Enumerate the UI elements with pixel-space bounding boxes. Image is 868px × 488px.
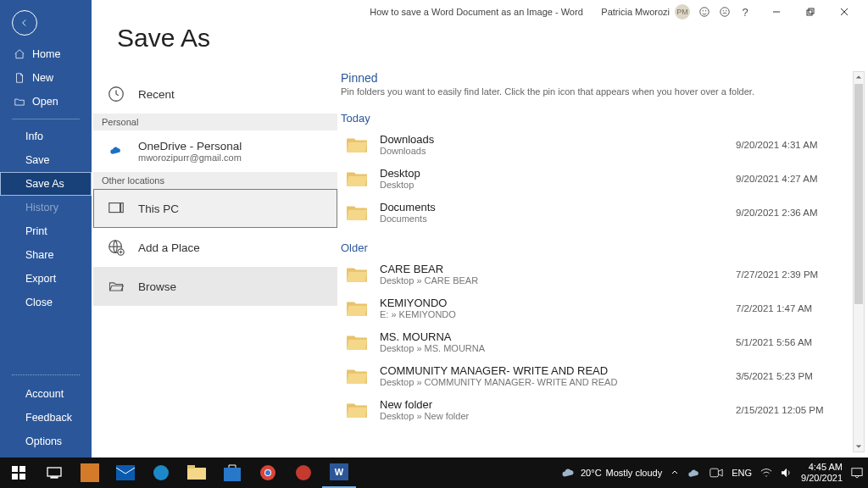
folder-date: 7/2/2021 1:47 AM [736,303,863,313]
nav-export[interactable]: Export [0,267,92,291]
folder-path: Desktop » COMMUNITY MANAGER- WRITE AND R… [380,377,736,387]
svg-rect-13 [121,203,124,213]
onedrive-email: mworozipurr@gmail.com [138,152,242,163]
svg-rect-12 [109,203,120,213]
tray-volume-icon[interactable] [781,468,793,478]
smiley-icon[interactable] [698,6,710,18]
tray-wifi-icon[interactable] [760,468,772,478]
tray-onedrive-icon[interactable] [687,468,701,478]
windows-taskbar: W 20°C Mostly cloudy ENG 4:45 AM 9/20/20… [0,458,868,488]
folder-icon [346,203,368,222]
nav-save-as[interactable]: Save As [0,172,92,196]
taskbar-app-1[interactable] [73,458,107,488]
window-minimize-button[interactable] [760,0,793,24]
nav-open[interactable]: Open [0,90,92,114]
svg-rect-22 [81,463,99,482]
tray-language[interactable]: ENG [732,468,752,478]
pc-icon [106,198,126,219]
nav-options[interactable]: Options [0,430,92,458]
svg-rect-18 [12,474,18,480]
nav-home[interactable]: Home [0,42,92,66]
nav-info[interactable]: Info [0,125,92,148]
window-restore-button[interactable] [793,0,827,24]
nav-close[interactable]: Close [0,291,92,314]
folder-name: KEMIYONDO [380,297,736,309]
taskbar-word[interactable]: W [322,458,356,488]
weather-temp: 20°C [581,468,602,478]
folder-row[interactable]: CARE BEARDesktop » CARE BEAR7/27/2021 2:… [341,258,868,291]
tray-chevron-icon[interactable] [670,469,679,477]
folder-date: 9/20/2021 2:36 AM [736,208,863,218]
folder-row[interactable]: MS. MOURNADesktop » MS. MOURNA5/1/2021 5… [341,325,868,359]
taskbar-edge[interactable] [144,458,178,488]
folder-date: 9/20/2021 4:31 AM [736,140,863,150]
personal-header: Personal [93,114,337,130]
help-icon[interactable]: ? [739,6,751,18]
user-avatar: PM [675,4,690,19]
folder-name: New folder [380,398,736,411]
nav-share[interactable]: Share [0,243,92,267]
svg-rect-26 [187,465,195,469]
folder-path: Documents [380,214,736,224]
nav-open-label: Open [32,96,58,108]
folder-name: COMMUNITY MANAGER- WRITE AND READ [380,364,736,377]
scroll-down-arrow[interactable] [854,441,864,452]
location-browse[interactable]: Browse [93,267,337,306]
taskbar-mail[interactable] [108,458,142,488]
task-view-button[interactable] [37,458,71,488]
folder-name: Documents [380,201,736,214]
folder-path: Desktop [380,180,736,190]
folder-row[interactable]: DesktopDesktop9/20/2021 4:27 AM [341,162,868,196]
folder-row[interactable]: KEMIYONDOE: » KEMIYONDO7/2/2021 1:47 AM [341,291,868,325]
taskbar-explorer[interactable] [180,458,214,488]
folder-row[interactable]: DownloadsDownloads9/20/2021 4:31 AM [341,128,868,162]
nav-feedback[interactable]: Feedback [0,406,92,430]
svg-rect-27 [224,468,241,481]
folder-row[interactable]: New folderDesktop » New folder2/15/2021 … [341,393,868,427]
folder-path: Downloads [380,146,736,156]
window-close-button[interactable] [827,0,861,24]
pinned-heading: Pinned [341,68,868,86]
nav-new[interactable]: New [0,66,92,90]
location-add-place[interactable]: Add a Place [93,228,337,267]
scroll-up-arrow[interactable] [854,72,864,82]
location-recent[interactable]: Recent [93,75,337,114]
nav-save[interactable]: Save [0,148,92,172]
taskbar-store[interactable] [215,458,249,488]
folder-icon [346,169,368,188]
svg-point-31 [296,465,311,480]
frown-icon[interactable] [719,6,731,18]
tray-notifications-icon[interactable] [851,467,863,479]
svg-rect-7 [807,10,812,15]
nav-print[interactable]: Print [0,219,92,243]
svg-rect-19 [19,474,25,480]
taskbar-weather[interactable]: 20°C Mostly cloudy [561,466,662,480]
taskbar-app-2[interactable] [287,458,320,488]
folder-name: MS. MOURNA [380,330,736,343]
nav-new-label: New [32,72,53,84]
tray-meet-now-icon[interactable] [709,468,723,478]
folder-path: Desktop » MS. MOURNA [380,343,736,353]
location-onedrive[interactable]: OneDrive - Personal mworozipurr@gmail.co… [93,130,337,172]
folder-icon [346,401,368,419]
nav-account[interactable]: Account [0,382,92,406]
clock-icon [106,84,126,104]
folder-row[interactable]: COMMUNITY MANAGER- WRITE AND READDesktop… [341,359,868,393]
folder-path: Desktop » New folder [380,411,736,421]
start-button[interactable] [2,458,36,488]
folder-icon [346,136,368,154]
taskbar-chrome[interactable] [251,458,285,488]
svg-point-0 [700,8,709,17]
scroll-thumb[interactable] [854,84,863,304]
tray-clock[interactable]: 4:45 AM 9/20/2021 [801,462,843,483]
folder-name: CARE BEAR [380,263,736,275]
svg-point-2 [705,11,706,12]
folder-row[interactable]: DocumentsDocuments9/20/2021 2:36 AM [341,196,868,230]
location-this-pc[interactable]: This PC [93,189,337,228]
back-button[interactable] [12,10,37,36]
scrollbar[interactable] [853,71,865,452]
folder-icon [346,367,368,385]
user-account[interactable]: Patricia Mworozi PM [601,4,690,19]
svg-point-1 [703,11,704,12]
pinned-hint: Pin folders you want to easily find late… [341,86,868,107]
